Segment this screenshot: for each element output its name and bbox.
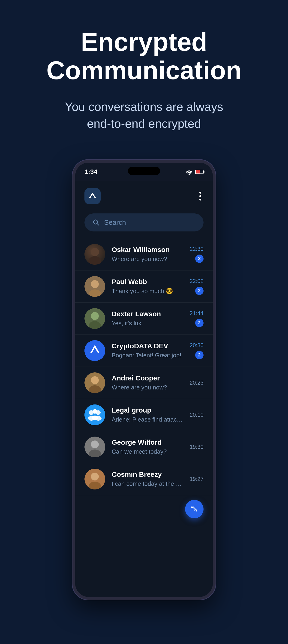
app-logo: [84, 188, 101, 204]
notch: [128, 167, 160, 175]
conversation-item[interactable]: George Wilford Can we meet today? 19:30: [75, 431, 213, 463]
conversation-list: Oskar Williamson Where are you now? 22:3…: [75, 238, 213, 495]
conv-time: 22:30: [190, 246, 204, 252]
conv-content: Legal group Arlene: Please find attached…: [112, 406, 183, 423]
svg-point-11: [91, 312, 99, 320]
phone-screen: Search Oskar Williamson Where are you: [75, 181, 213, 597]
avatar: [84, 340, 105, 361]
svg-point-30: [91, 472, 99, 480]
avatar: [84, 436, 105, 457]
conv-badge: 2: [195, 351, 204, 359]
conv-name: Andrei Cooper: [112, 374, 183, 382]
conv-time: 19:30: [190, 444, 204, 450]
avatar-cosmin: [84, 469, 105, 490]
avatar: [84, 308, 105, 329]
conv-badge: 2: [195, 319, 204, 327]
phone-frame: 1:34: [72, 160, 216, 600]
conv-meta: 20:30 2: [190, 342, 204, 359]
avatar-cryptodata-logo: [84, 340, 105, 361]
avatar-dexter: [84, 308, 105, 329]
svg-line-4: [97, 224, 99, 225]
svg-point-5: [91, 248, 99, 256]
conv-preview: Thank you so much 😎: [112, 288, 183, 295]
avatar: [84, 404, 105, 425]
conv-content: Cosmin Breezy I can come today at the me…: [112, 470, 183, 488]
conv-content: Paul Webb Thank you so much 😎: [112, 278, 183, 295]
conv-time: 20:10: [190, 412, 204, 418]
conv-time: 20:30: [190, 342, 204, 348]
menu-dot: [199, 192, 201, 194]
conv-time: 22:02: [190, 278, 204, 284]
svg-point-25: [92, 416, 98, 420]
avatar: [84, 372, 105, 393]
svg-point-8: [91, 280, 99, 288]
phone-wrapper: 1:34: [0, 160, 288, 600]
conv-preview: Can we meet today?: [112, 448, 183, 455]
conv-badge: 2: [195, 287, 204, 295]
search-icon: [92, 219, 99, 226]
conv-preview: Arlene: Please find attached 🖇: [112, 416, 183, 423]
hero-subtitle: You conversations are alwaysend-to-end e…: [18, 98, 270, 132]
conversation-item[interactable]: Andrei Cooper Where are you now? 20:23: [75, 367, 213, 399]
search-container: Search: [75, 209, 213, 238]
conv-preview: Where are you now?: [112, 256, 183, 263]
fab-button[interactable]: ✎: [185, 500, 204, 518]
conv-meta: 22:30 2: [190, 246, 204, 263]
conversation-item[interactable]: Cosmin Breezy I can come today at the me…: [75, 463, 213, 495]
conversation-item[interactable]: Oskar Williamson Where are you now? 22:3…: [75, 238, 213, 270]
conv-content: Oskar Williamson Where are you now?: [112, 246, 183, 263]
conv-meta: 20:23: [190, 380, 204, 386]
status-icons: [186, 169, 204, 175]
conv-name: Cosmin Breezy: [112, 470, 183, 478]
conversation-item[interactable]: Legal group Arlene: Please find attached…: [75, 399, 213, 431]
search-bar[interactable]: Search: [84, 214, 204, 232]
conv-name: Oskar Williamson: [112, 246, 183, 254]
conv-name: Paul Webb: [112, 278, 183, 286]
conv-name: George Wilford: [112, 438, 183, 446]
hero-title: EncryptedCommunication: [18, 28, 270, 84]
conv-meta: 19:30: [190, 444, 204, 450]
conversation-item[interactable]: Paul Webb Thank you so much 😎 22:02 2: [75, 270, 213, 302]
status-bar: 1:34: [75, 162, 213, 181]
conv-meta: 19:27: [190, 476, 204, 482]
conv-preview: Yes, it's lux.: [112, 320, 183, 327]
search-placeholder: Search: [104, 218, 126, 226]
conv-meta: 21:44 2: [190, 310, 204, 327]
conv-time: 21:44: [190, 310, 204, 316]
conv-meta: 22:02 2: [190, 278, 204, 295]
app-header: [75, 181, 213, 209]
status-time: 1:34: [84, 168, 97, 176]
avatar: [84, 244, 105, 265]
conv-badge: 2: [195, 254, 204, 263]
conversation-item[interactable]: Dexter Lawson Yes, it's lux. 21:44 2: [75, 302, 213, 335]
avatar: [84, 276, 105, 297]
conv-name: Legal group: [112, 406, 183, 414]
avatar-andrei: [84, 372, 105, 393]
conv-name: Dexter Lawson: [112, 310, 183, 318]
wifi-icon: [186, 169, 193, 175]
svg-point-24: [92, 409, 97, 414]
conv-content: Andrei Cooper Where are you now?: [112, 374, 183, 391]
avatar: [84, 469, 105, 490]
avatar-oskar: [84, 244, 105, 265]
logo-icon: [87, 191, 98, 201]
conversation-item[interactable]: CryptoDATA DEV Bogdan: Talent! Great job…: [75, 335, 213, 367]
conv-preview: Where are you now?: [112, 384, 183, 391]
conv-time: 19:27: [190, 476, 204, 482]
conv-content: Dexter Lawson Yes, it's lux.: [112, 310, 183, 327]
conv-content: CryptoDATA DEV Bogdan: Talent! Great job…: [112, 342, 183, 359]
conv-preview: Bogdan: Talent! Great job!: [112, 352, 183, 359]
compose-icon: ✎: [190, 504, 198, 514]
svg-point-27: [91, 440, 99, 448]
conv-meta: 20:10: [190, 412, 204, 418]
svg-point-17: [91, 376, 99, 384]
menu-button[interactable]: [197, 190, 204, 203]
avatar-legal-group: [84, 404, 105, 425]
avatar-george: [84, 436, 105, 457]
svg-point-6: [88, 256, 101, 265]
conv-content: George Wilford Can we meet today?: [112, 438, 183, 455]
avatar-paul: [84, 276, 105, 297]
conv-time: 20:23: [190, 380, 204, 386]
menu-dot: [199, 195, 201, 197]
conv-name: CryptoDATA DEV: [112, 342, 183, 350]
